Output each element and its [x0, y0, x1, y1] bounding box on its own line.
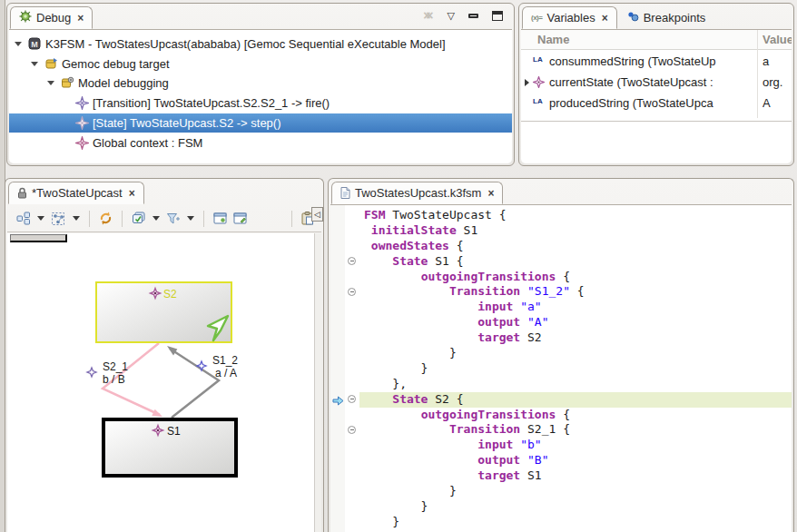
fold-collapse-icon[interactable] [348, 257, 356, 265]
code-line[interactable]: } [359, 499, 792, 515]
tree-item[interactable]: Gemoc debug target [9, 54, 512, 74]
expand-arrow-icon[interactable] [15, 42, 22, 46]
code-line[interactable]: outgoingTransitions { [359, 408, 792, 423]
diagram-vertical-scrollbar[interactable] [314, 233, 321, 532]
variable-row[interactable]: LAconsummedString (TwoStateUpa [521, 52, 792, 73]
tab-k3fsm-close-icon[interactable]: × [487, 187, 494, 200]
code-line[interactable]: target S2 [359, 330, 792, 346]
fold-collapse-icon[interactable] [348, 426, 356, 434]
variables-table-header[interactable]: Name Value [521, 30, 792, 50]
tab-breakpoints-label: Breakpoints [644, 11, 706, 25]
keyword-token: output [477, 453, 520, 467]
tab-breakpoints[interactable]: Breakpoints [619, 6, 714, 29]
column-header-name[interactable]: Name [537, 33, 569, 46]
debug-bug-icon [19, 10, 32, 25]
code-line[interactable]: FSM TwoStateUpcast { [359, 208, 792, 223]
layers-dropdown-icon[interactable] [153, 216, 160, 221]
state-label-s2[interactable]: S2 [163, 288, 177, 300]
code-line[interactable]: input "b" [359, 438, 792, 453]
expand-arrow-icon[interactable] [47, 81, 54, 85]
transition-edge-s1-to-s2[interactable] [170, 349, 219, 418]
code-line[interactable]: output "B" [359, 453, 792, 468]
plain-token: } [364, 484, 457, 498]
code-editor-view: TwoStatesUpcast.k3fsm × FSM TwoStateUpca… [328, 178, 794, 532]
code-line[interactable]: Transition "S1_2" { [359, 284, 792, 300]
expand-arrow-icon[interactable] [31, 62, 38, 66]
code-line[interactable]: input "a" [359, 300, 792, 315]
column-header-value[interactable]: Value [763, 33, 792, 46]
code-area[interactable]: FSM TwoStateUpcast { initialState S1 own… [359, 205, 792, 532]
tab-diagram[interactable]: *TwoStateUpcast × [8, 182, 144, 204]
code-line[interactable]: output "A" [359, 315, 792, 330]
transition-label-s1-2[interactable]: S1_2 [212, 354, 238, 367]
variables-tabbar: (x)= Variables × Breakpoints [522, 5, 791, 29]
diagram-canvas[interactable]: S2 S1 S2_1 b / B S1_2 a / A [7, 233, 321, 532]
variable-name: consummedString (TwoStateUp [549, 54, 756, 68]
annotation-ruler[interactable] [330, 205, 345, 532]
refresh-icon[interactable] [99, 212, 113, 225]
filters-icon[interactable] [166, 212, 181, 225]
variable-row[interactable]: LAproducedString (TwoStateUpcaA [521, 94, 792, 114]
detail-pane-sash[interactable] [521, 121, 792, 122]
variable-name: currentState (TwoStateUpcast : [549, 75, 756, 89]
fold-collapse-icon[interactable] [348, 395, 356, 403]
tree-item[interactable]: [Transition] TwoStateUpcast.S2.S2_1 -> f… [9, 94, 512, 113]
text-editor[interactable]: FSM TwoStateUpcast { initialState S1 own… [330, 204, 792, 532]
arrange-all-icon[interactable] [16, 212, 31, 225]
code-line[interactable]: target S1 [359, 468, 792, 484]
state-label-s1[interactable]: S1 [167, 425, 181, 438]
export-editor-icon[interactable] [233, 212, 247, 224]
align-icon[interactable] [51, 212, 66, 226]
transition-label-s2-1[interactable]: S2_1 [103, 360, 128, 373]
arrange-dropdown-icon[interactable] [37, 216, 44, 221]
code-line[interactable]: ownedStates { [359, 239, 792, 254]
export-image-icon[interactable] [213, 212, 227, 224]
remove-all-terminated-icon[interactable]: ×× [423, 8, 433, 23]
code-line[interactable]: } [359, 361, 792, 377]
fold-collapse-icon[interactable] [348, 288, 356, 296]
code-line[interactable]: initialState S1 [359, 223, 792, 239]
code-line[interactable]: }, [359, 377, 792, 392]
tree-item[interactable]: Global context : FSM [9, 133, 512, 153]
maximize-icon[interactable] [492, 11, 503, 21]
folding-margin[interactable] [345, 205, 359, 532]
plain-token: TwoStateUpcast { [385, 208, 506, 222]
collapse-palette-icon[interactable]: ◁ [311, 207, 323, 222]
tab-variables-close-icon[interactable]: × [602, 12, 608, 25]
code-line[interactable]: } [359, 346, 792, 361]
expand-arrow-icon[interactable] [525, 79, 529, 86]
variables-view: (x)= Variables × Breakpoints Name Value … [518, 3, 794, 166]
transition-guard-s2-1[interactable]: b / B [103, 373, 125, 386]
code-line[interactable]: Transition S2_1 { [359, 422, 792, 438]
transition-guard-s1-2[interactable]: a / A [215, 367, 237, 379]
tab-variables[interactable]: (x)= Variables × [522, 6, 617, 29]
code-line[interactable]: } [359, 484, 792, 499]
tab-debug[interactable]: Debug × [10, 6, 93, 29]
diagram-toolbar [7, 205, 321, 232]
keyword-token: outgoingTransitions [421, 408, 556, 421]
keyword-token: ownedStates [371, 239, 449, 252]
tree-item[interactable]: [State] TwoStateUpcast.S2 -> step() [9, 113, 512, 133]
layers-icon[interactable] [132, 212, 146, 225]
tab-debug-close-icon[interactable]: × [77, 12, 84, 25]
code-line[interactable]: State S2 { [359, 392, 792, 408]
tree-item[interactable]: Model debugging [9, 74, 512, 93]
align-dropdown-icon[interactable] [73, 216, 80, 221]
string-token: "B" [527, 453, 548, 467]
view-menu-icon[interactable]: ▽ [448, 10, 455, 22]
plain-token: } [364, 361, 428, 375]
plain-token [364, 239, 371, 252]
code-line[interactable]: State S1 { [359, 254, 792, 270]
sparkle-icon [75, 96, 89, 110]
minimize-icon[interactable] [468, 14, 478, 18]
plain-token: } [364, 499, 428, 513]
tree-item[interactable]: MK3FSM - TwoStatesUpcast(abababa) [Gemoc… [9, 34, 512, 54]
string-token: "a" [520, 300, 541, 313]
tab-debug-label: Debug [36, 11, 71, 25]
code-line[interactable]: } [359, 515, 792, 530]
tab-k3fsm-file[interactable]: TwoStatesUpcast.k3fsm × [331, 182, 503, 204]
variable-row[interactable]: currentState (TwoStateUpcast :org. [521, 73, 792, 94]
tab-diagram-close-icon[interactable]: × [129, 187, 135, 200]
code-line[interactable]: outgoingTransitions { [359, 270, 792, 285]
filters-dropdown-icon[interactable] [187, 216, 194, 221]
